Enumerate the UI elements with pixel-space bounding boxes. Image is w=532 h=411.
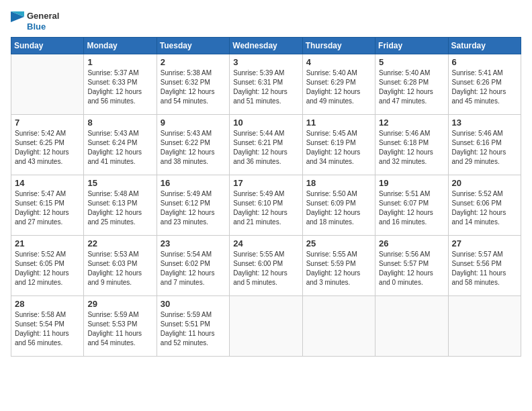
day-number: 9 xyxy=(161,118,226,128)
day-info: Sunrise: 5:43 AMSunset: 6:22 PMDaylight:… xyxy=(161,129,226,167)
day-number: 4 xyxy=(306,57,371,67)
calendar-cell: 7Sunrise: 5:42 AMSunset: 6:25 PMDaylight… xyxy=(11,115,84,175)
weekday-header-tuesday: Tuesday xyxy=(157,38,229,54)
day-number: 23 xyxy=(161,238,226,248)
week-row-3: 14Sunrise: 5:47 AMSunset: 6:15 PMDayligh… xyxy=(11,175,521,236)
week-row-1: 1Sunrise: 5:37 AMSunset: 6:33 PMDaylight… xyxy=(11,54,521,115)
calendar-cell xyxy=(448,296,521,357)
weekday-header-row: SundayMondayTuesdayWednesdayThursdayFrid… xyxy=(11,38,521,54)
day-number: 17 xyxy=(233,178,298,188)
day-info: Sunrise: 5:46 AMSunset: 6:18 PMDaylight:… xyxy=(379,129,444,167)
calendar-cell: 17Sunrise: 5:49 AMSunset: 6:10 PMDayligh… xyxy=(230,175,302,236)
calendar-cell: 11Sunrise: 5:45 AMSunset: 6:19 PMDayligh… xyxy=(302,115,375,175)
day-number: 12 xyxy=(379,118,444,128)
day-info: Sunrise: 5:53 AMSunset: 6:03 PMDaylight:… xyxy=(87,250,152,287)
logo: General Blue xyxy=(11,11,59,32)
week-row-4: 21Sunrise: 5:52 AMSunset: 6:05 PMDayligh… xyxy=(11,236,521,296)
day-number: 22 xyxy=(87,238,152,248)
day-number: 1 xyxy=(87,57,152,67)
day-number: 6 xyxy=(452,57,517,67)
calendar-cell: 19Sunrise: 5:51 AMSunset: 6:07 PMDayligh… xyxy=(375,175,448,236)
calendar-cell: 3Sunrise: 5:39 AMSunset: 6:31 PMDaylight… xyxy=(230,54,302,115)
day-info: Sunrise: 5:49 AMSunset: 6:10 PMDaylight:… xyxy=(233,189,298,227)
calendar-cell: 15Sunrise: 5:48 AMSunset: 6:13 PMDayligh… xyxy=(84,175,157,236)
calendar-cell: 2Sunrise: 5:38 AMSunset: 6:32 PMDaylight… xyxy=(157,54,229,115)
calendar-cell: 5Sunrise: 5:40 AMSunset: 6:28 PMDaylight… xyxy=(375,54,448,115)
day-number: 26 xyxy=(379,238,444,248)
day-number: 27 xyxy=(452,238,517,248)
weekday-header-friday: Friday xyxy=(375,38,448,54)
calendar-cell xyxy=(11,54,84,115)
calendar-cell: 12Sunrise: 5:46 AMSunset: 6:18 PMDayligh… xyxy=(375,115,448,175)
day-number: 20 xyxy=(452,178,517,188)
day-info: Sunrise: 5:56 AMSunset: 5:57 PMDaylight:… xyxy=(379,250,444,287)
day-number: 30 xyxy=(161,299,226,309)
day-info: Sunrise: 5:40 AMSunset: 6:29 PMDaylight:… xyxy=(306,68,371,106)
day-info: Sunrise: 5:44 AMSunset: 6:21 PMDaylight:… xyxy=(233,129,298,167)
calendar-cell: 14Sunrise: 5:47 AMSunset: 6:15 PMDayligh… xyxy=(11,175,84,236)
day-info: Sunrise: 5:40 AMSunset: 6:28 PMDaylight:… xyxy=(379,68,444,106)
day-number: 21 xyxy=(15,238,80,248)
day-number: 8 xyxy=(87,118,152,128)
calendar-cell: 21Sunrise: 5:52 AMSunset: 6:05 PMDayligh… xyxy=(11,236,84,296)
weekday-header-wednesday: Wednesday xyxy=(230,38,302,54)
calendar-cell: 24Sunrise: 5:55 AMSunset: 6:00 PMDayligh… xyxy=(230,236,302,296)
logo-flag-icon xyxy=(11,11,24,32)
calendar-cell: 9Sunrise: 5:43 AMSunset: 6:22 PMDaylight… xyxy=(157,115,229,175)
day-number: 28 xyxy=(15,299,80,309)
calendar-cell xyxy=(230,296,302,357)
calendar-cell: 30Sunrise: 5:59 AMSunset: 5:51 PMDayligh… xyxy=(157,296,229,357)
calendar-table: SundayMondayTuesdayWednesdayThursdayFrid… xyxy=(11,37,521,357)
calendar-cell: 22Sunrise: 5:53 AMSunset: 6:03 PMDayligh… xyxy=(84,236,157,296)
week-row-5: 28Sunrise: 5:58 AMSunset: 5:54 PMDayligh… xyxy=(11,296,521,357)
day-number: 25 xyxy=(306,238,371,248)
day-info: Sunrise: 5:57 AMSunset: 5:56 PMDaylight:… xyxy=(452,250,517,287)
calendar-cell: 25Sunrise: 5:55 AMSunset: 5:59 PMDayligh… xyxy=(302,236,375,296)
header: General Blue xyxy=(11,11,521,32)
day-number: 10 xyxy=(233,118,298,128)
calendar-cell: 23Sunrise: 5:54 AMSunset: 6:02 PMDayligh… xyxy=(157,236,229,296)
day-info: Sunrise: 5:49 AMSunset: 6:12 PMDaylight:… xyxy=(161,189,226,227)
calendar-cell: 4Sunrise: 5:40 AMSunset: 6:29 PMDaylight… xyxy=(302,54,375,115)
calendar-cell xyxy=(302,296,375,357)
day-info: Sunrise: 5:46 AMSunset: 6:16 PMDaylight:… xyxy=(452,129,517,167)
day-info: Sunrise: 5:58 AMSunset: 5:54 PMDaylight:… xyxy=(15,310,80,348)
calendar-cell: 27Sunrise: 5:57 AMSunset: 5:56 PMDayligh… xyxy=(448,236,521,296)
week-row-2: 7Sunrise: 5:42 AMSunset: 6:25 PMDaylight… xyxy=(11,115,521,175)
calendar-cell: 1Sunrise: 5:37 AMSunset: 6:33 PMDaylight… xyxy=(84,54,157,115)
day-info: Sunrise: 5:52 AMSunset: 6:06 PMDaylight:… xyxy=(452,189,517,227)
weekday-header-sunday: Sunday xyxy=(11,38,84,54)
calendar-cell: 8Sunrise: 5:43 AMSunset: 6:24 PMDaylight… xyxy=(84,115,157,175)
day-number: 2 xyxy=(161,57,226,67)
day-number: 3 xyxy=(233,57,298,67)
day-info: Sunrise: 5:55 AMSunset: 5:59 PMDaylight:… xyxy=(306,250,371,287)
calendar-cell: 18Sunrise: 5:50 AMSunset: 6:09 PMDayligh… xyxy=(302,175,375,236)
calendar-cell: 6Sunrise: 5:41 AMSunset: 6:26 PMDaylight… xyxy=(448,54,521,115)
weekday-header-thursday: Thursday xyxy=(302,38,375,54)
day-number: 11 xyxy=(306,118,371,128)
calendar-cell: 29Sunrise: 5:59 AMSunset: 5:53 PMDayligh… xyxy=(84,296,157,357)
day-info: Sunrise: 5:37 AMSunset: 6:33 PMDaylight:… xyxy=(87,68,152,106)
day-info: Sunrise: 5:42 AMSunset: 6:25 PMDaylight:… xyxy=(15,129,80,167)
calendar-cell: 16Sunrise: 5:49 AMSunset: 6:12 PMDayligh… xyxy=(157,175,229,236)
day-number: 15 xyxy=(87,178,152,188)
day-info: Sunrise: 5:51 AMSunset: 6:07 PMDaylight:… xyxy=(379,189,444,227)
calendar-cell: 20Sunrise: 5:52 AMSunset: 6:06 PMDayligh… xyxy=(448,175,521,236)
day-info: Sunrise: 5:48 AMSunset: 6:13 PMDaylight:… xyxy=(87,189,152,227)
day-info: Sunrise: 5:59 AMSunset: 5:51 PMDaylight:… xyxy=(161,310,226,348)
day-info: Sunrise: 5:43 AMSunset: 6:24 PMDaylight:… xyxy=(87,129,152,167)
day-number: 18 xyxy=(306,178,371,188)
day-number: 14 xyxy=(15,178,80,188)
day-number: 16 xyxy=(161,178,226,188)
day-info: Sunrise: 5:41 AMSunset: 6:26 PMDaylight:… xyxy=(452,68,517,106)
day-number: 29 xyxy=(87,299,152,309)
day-info: Sunrise: 5:45 AMSunset: 6:19 PMDaylight:… xyxy=(306,129,371,167)
day-number: 13 xyxy=(452,118,517,128)
day-info: Sunrise: 5:55 AMSunset: 6:00 PMDaylight:… xyxy=(233,250,298,287)
day-info: Sunrise: 5:59 AMSunset: 5:53 PMDaylight:… xyxy=(87,310,152,348)
calendar-cell: 13Sunrise: 5:46 AMSunset: 6:16 PMDayligh… xyxy=(448,115,521,175)
day-number: 19 xyxy=(379,178,444,188)
day-number: 5 xyxy=(379,57,444,67)
day-number: 7 xyxy=(15,118,80,128)
day-info: Sunrise: 5:39 AMSunset: 6:31 PMDaylight:… xyxy=(233,68,298,106)
